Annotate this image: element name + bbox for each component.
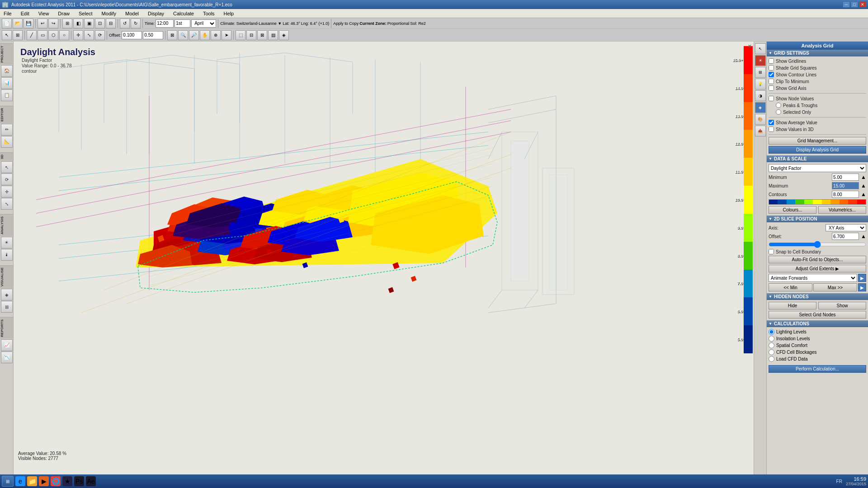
tb-pan[interactable]: ✋: [200, 30, 210, 40]
tb-save[interactable]: 💾: [24, 19, 33, 28]
rib-export[interactable]: 📤: [755, 126, 766, 136]
tb-cursor[interactable]: ↖: [2, 30, 12, 40]
spatial-comfort-radio[interactable]: [769, 343, 774, 348]
grid-management-button[interactable]: Grid Management...: [769, 137, 866, 145]
sb-3d-rotate[interactable]: ⟳: [1, 174, 13, 185]
menu-modify[interactable]: Modify: [100, 10, 118, 17]
tb-view3[interactable]: ▣: [84, 19, 94, 28]
snap-check[interactable]: [769, 249, 774, 254]
rib-render[interactable]: 🎨: [755, 114, 766, 125]
data-type-select[interactable]: Daylight Factor: [769, 164, 866, 172]
peaks-troughs-radio[interactable]: [776, 103, 781, 108]
tb-zoom-in[interactable]: 🔍: [178, 30, 188, 40]
sb-analysis-2[interactable]: 🌡: [1, 249, 13, 261]
slice-position-header[interactable]: 2D SLICE POSITION: [767, 216, 868, 222]
tb-elevation[interactable]: ▤: [268, 30, 278, 40]
menu-help[interactable]: Help: [222, 10, 236, 17]
sb-3d-move[interactable]: ✛: [1, 186, 13, 197]
taskbar-ae[interactable]: Ae: [86, 476, 96, 486]
tb-rotate3[interactable]: ⟳: [95, 30, 105, 40]
menu-display[interactable]: Display: [146, 10, 166, 17]
min-up-arrow[interactable]: ▲: [861, 174, 866, 180]
max-up-arrow[interactable]: ▲: [861, 183, 866, 189]
axis-select[interactable]: XY Axis: [826, 224, 866, 231]
offset1-input[interactable]: 0.100: [122, 31, 142, 39]
auto-fit-button[interactable]: Auto-Fit Grid to Objects...: [769, 256, 866, 263]
animate-play-button[interactable]: ▶: [858, 274, 866, 282]
month-select[interactable]: April: [191, 19, 216, 28]
display-grid-button[interactable]: Display Analysis Grid: [769, 146, 866, 154]
sb-project-1[interactable]: 🏠: [1, 65, 13, 77]
volumetrics-button[interactable]: Volumetrics...: [818, 206, 866, 214]
tb-rotate2[interactable]: ↻: [131, 19, 141, 28]
tb-view2[interactable]: ◧: [73, 19, 83, 28]
select-grid-nodes-button[interactable]: Select Grid Nodes: [769, 311, 866, 319]
maximum-input[interactable]: 15.00: [832, 182, 859, 189]
viewport-close[interactable]: ✕: [748, 44, 751, 49]
adjust-extents-button[interactable]: Adjust Grid Extents ▶: [769, 265, 866, 272]
selected-only-radio[interactable]: [776, 109, 781, 115]
tb-view4[interactable]: ⊡: [95, 19, 105, 28]
tb-zoom-out[interactable]: 🔎: [189, 30, 199, 40]
colours-button[interactable]: Colours...: [769, 206, 816, 214]
animate-select[interactable]: Animate Forwards: [769, 274, 857, 282]
taskbar-chrome[interactable]: 🌐: [51, 476, 61, 486]
show-button[interactable]: Show: [818, 302, 866, 310]
tb-view1[interactable]: ⊞: [62, 19, 72, 28]
rib-cursor[interactable]: ↖: [755, 43, 766, 54]
tb-zoom-extent[interactable]: ⊠: [167, 30, 177, 40]
sb-editor-2[interactable]: 📐: [1, 136, 13, 148]
grid-settings-header[interactable]: GRID SETTINGS: [767, 50, 868, 56]
tb-walkthrough[interactable]: ➤: [222, 30, 231, 40]
tb-select-all[interactable]: ⊞: [13, 30, 23, 40]
sb-project-2[interactable]: 📊: [1, 77, 13, 89]
tb-draw-line[interactable]: ╱: [27, 30, 37, 40]
close-button[interactable]: ✕: [859, 1, 866, 8]
tb-perspective[interactable]: ◈: [279, 30, 289, 40]
sb-reports-1[interactable]: 📈: [1, 339, 13, 351]
tb-draw-poly[interactable]: ⬡: [48, 30, 58, 40]
insolation-levels-radio[interactable]: [769, 336, 774, 342]
offset-slider[interactable]: [769, 241, 866, 248]
shade-grid-check[interactable]: [769, 65, 774, 70]
sb-3d-cursor[interactable]: ↖: [1, 161, 13, 173]
sb-3d-scale[interactable]: ⤡: [1, 198, 13, 210]
maximize-button[interactable]: □: [851, 1, 858, 8]
tb-section[interactable]: ⊠: [257, 30, 267, 40]
show-node-values-check[interactable]: [769, 96, 774, 101]
tb-plan-view[interactable]: ⊟: [246, 30, 256, 40]
perform-calculation-button[interactable]: Perform Calculation...: [769, 365, 866, 373]
tb-undo[interactable]: ↩: [38, 19, 47, 28]
menu-model[interactable]: Model: [123, 10, 141, 17]
tb-draw-circle[interactable]: ○: [59, 30, 69, 40]
rib-analysis[interactable]: ◈: [755, 102, 766, 113]
rib-sun[interactable]: ☀: [755, 55, 766, 66]
time-input[interactable]: 12:00: [156, 19, 174, 28]
offset-input[interactable]: 6.700: [832, 233, 859, 240]
rib-shadow[interactable]: ◑: [755, 90, 766, 101]
show-avg-check[interactable]: [769, 120, 774, 125]
minimum-input[interactable]: 5.00: [832, 174, 859, 181]
cfd-blockages-radio[interactable]: [769, 349, 774, 355]
taskbar-ecotect[interactable]: ★: [62, 476, 72, 486]
taskbar-ps[interactable]: Ps: [74, 476, 84, 486]
day-input[interactable]: 1st: [175, 19, 190, 28]
tb-orbit[interactable]: ⊕: [211, 30, 221, 40]
minimize-button[interactable]: ─: [843, 1, 850, 8]
tb-move[interactable]: ✛: [73, 30, 83, 40]
taskbar-ie[interactable]: e: [15, 476, 25, 486]
hidden-nodes-header[interactable]: HIDDEN NODES: [767, 293, 868, 300]
sb-project-3[interactable]: 📋: [1, 89, 13, 101]
show-gridlines-check[interactable]: [769, 58, 774, 64]
rib-light[interactable]: 💡: [755, 79, 766, 89]
min-button[interactable]: << Min: [769, 283, 812, 291]
show-3d-check[interactable]: [769, 127, 774, 132]
start-button[interactable]: ⊞: [2, 476, 14, 487]
tb-rotate[interactable]: ↺: [120, 19, 130, 28]
tb-open[interactable]: 📂: [13, 19, 23, 28]
menu-edit[interactable]: Edit: [19, 10, 31, 17]
contours-input[interactable]: 8.00: [832, 191, 859, 198]
tb-redo[interactable]: ↪: [48, 19, 58, 28]
sb-vis-2[interactable]: ⊞: [1, 301, 13, 313]
tb-3d-view[interactable]: ⬚: [236, 30, 245, 40]
